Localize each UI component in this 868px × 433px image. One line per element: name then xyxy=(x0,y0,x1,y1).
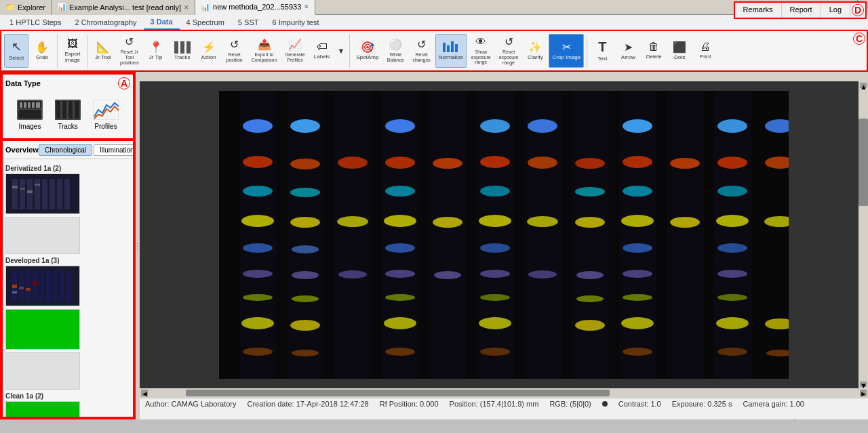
tab-example-close[interactable]: ✕ xyxy=(184,4,189,11)
list-item[interactable] xyxy=(5,352,130,390)
svg-point-71 xyxy=(338,157,368,169)
step-2[interactable]: 2 Chromatography xyxy=(68,15,143,30)
grab-tool-button[interactable]: ✋ Grab xyxy=(30,34,54,68)
data-type-header: Data Type xyxy=(5,79,41,87)
reset-changes-button[interactable]: ↺ Reset changes xyxy=(409,34,433,68)
group-clean: Clean 1a (2) xyxy=(5,392,130,400)
data-type-images[interactable]: Images xyxy=(14,96,46,133)
svg-rect-19 xyxy=(75,101,79,119)
h-scroll-thumb[interactable] xyxy=(186,390,610,396)
tab-example[interactable]: 📊 Example Analysi... test [read only] ✕ xyxy=(52,0,195,15)
svg-point-77 xyxy=(623,156,652,168)
remarks-tab[interactable]: Remarks xyxy=(735,3,782,18)
svg-point-136 xyxy=(717,348,747,356)
svg-point-105 xyxy=(717,243,747,253)
generate-profiles-button[interactable]: 📈 Generate Profiles xyxy=(281,34,308,68)
thumb-dev-dark xyxy=(5,266,80,306)
labels-button[interactable]: 🏷 Labels xyxy=(310,34,334,68)
step-6[interactable]: 6 Impurity test xyxy=(265,15,326,30)
h-scrollbar-top xyxy=(140,72,868,81)
reset-jr-tool-button[interactable]: ↺ Reset Jr Tool positions xyxy=(117,34,142,68)
action-button[interactable]: ⚡ Action xyxy=(197,34,221,68)
status-camera-gain: Camera gain: 1.00 xyxy=(743,400,804,408)
step-1[interactable]: 1 HPTLC Steps xyxy=(3,15,68,30)
svg-point-61 xyxy=(243,119,273,133)
svg-point-115 xyxy=(717,270,747,278)
zoom-in-button[interactable]: + xyxy=(829,419,841,420)
data-type-tracks[interactable]: Tracks xyxy=(52,96,84,133)
svg-rect-0 xyxy=(174,41,178,54)
scroll-right-button[interactable]: ► xyxy=(860,390,867,396)
svg-point-86 xyxy=(623,186,652,197)
svg-rect-37 xyxy=(26,271,31,302)
text-tool-button[interactable]: T Text xyxy=(590,34,614,68)
scroll-thumb[interactable] xyxy=(859,119,868,206)
svg-point-81 xyxy=(243,186,273,197)
top-right-actions: Remarks Report Log D xyxy=(734,1,867,19)
jr-tip-button[interactable]: 📍 Jr Tip xyxy=(144,34,168,68)
svg-rect-33 xyxy=(35,184,40,186)
svg-rect-41 xyxy=(53,271,58,302)
svg-point-83 xyxy=(385,186,415,197)
tab-new-methods-close[interactable]: ✕ xyxy=(304,3,309,10)
log-tab[interactable]: Log xyxy=(821,3,850,18)
reset-exposure-button[interactable]: ↺ Reset exposure range xyxy=(496,34,522,68)
white-balance-button[interactable]: ⚪ White Balance xyxy=(383,34,408,68)
thumb-deriv-dark xyxy=(5,173,80,214)
overview-list: Derivatized 1a (2) xyxy=(3,159,133,417)
crop-image-button[interactable]: ✂ Crop Image xyxy=(549,34,584,68)
svg-point-100 xyxy=(243,243,273,253)
show-exposure-button[interactable]: 👁 Show exposure range xyxy=(468,34,494,68)
scroll-left-button[interactable]: ◄ xyxy=(141,390,148,396)
svg-rect-3 xyxy=(443,43,446,52)
scroll-down-button[interactable]: ▼ xyxy=(860,382,867,387)
chronological-tab[interactable]: Chronological xyxy=(39,144,92,156)
dropdown-arrow-icon: ▼ xyxy=(338,47,345,55)
clarify-button[interactable]: ✨ Clarify xyxy=(523,34,547,68)
spotamp-button[interactable]: 🎯 SpotAmp xyxy=(353,34,382,68)
tracks-button[interactable]: Tracks xyxy=(170,34,195,68)
delete-button[interactable]: 🗑 Delete xyxy=(642,34,666,68)
svg-point-65 xyxy=(528,119,557,133)
tracks-dt-icon xyxy=(54,99,81,121)
h-scrollbar[interactable]: ◄ ► xyxy=(140,388,868,398)
scroll-up-button[interactable]: ▲ xyxy=(860,83,867,88)
svg-point-69 xyxy=(243,156,273,168)
group-developed: Developed 1a (3) xyxy=(5,257,130,264)
export-image-button[interactable]: 🖼 Export image xyxy=(60,34,85,68)
dots-button[interactable]: ⬛ Dots xyxy=(667,34,692,68)
step-4[interactable]: 4 Spectrum xyxy=(180,15,231,30)
zoom-out-button[interactable]: − xyxy=(757,419,769,420)
svg-point-74 xyxy=(480,156,510,168)
step-5[interactable]: 5 SST xyxy=(231,15,266,30)
svg-rect-32 xyxy=(27,190,33,193)
list-item[interactable] xyxy=(5,173,130,214)
reset-position-button[interactable]: ↺ Reset position xyxy=(222,34,247,68)
svg-rect-17 xyxy=(62,101,66,119)
data-type-profiles[interactable]: Profiles xyxy=(90,96,122,133)
illumination-tab[interactable]: Illumination xyxy=(94,144,134,156)
list-item[interactable] xyxy=(5,217,130,254)
list-item[interactable] xyxy=(5,266,130,306)
svg-rect-10 xyxy=(24,102,26,108)
list-item[interactable] xyxy=(5,309,130,350)
select-tool-button[interactable]: ↖ Select xyxy=(4,34,28,68)
jr-tool-button[interactable]: 📐 Jr-Tool xyxy=(91,34,115,68)
export-comparison-button[interactable]: 📤 Export to Comparison xyxy=(248,34,281,68)
v-scrollbar[interactable]: ▲ ▼ xyxy=(859,81,868,388)
zoom-slider[interactable] xyxy=(772,419,826,419)
svg-rect-16 xyxy=(56,101,60,119)
status-dot xyxy=(602,401,608,407)
tab-new-methods[interactable]: 📊 new methoda_202...55933 ✕ xyxy=(195,0,315,15)
print-button[interactable]: 🖨 Print xyxy=(693,34,717,68)
step-3[interactable]: 3 Data xyxy=(144,15,180,30)
svg-point-63 xyxy=(385,119,415,133)
arrow-tool-button[interactable]: ➤ Arrow xyxy=(616,34,640,68)
tab-explorer[interactable]: 📁 Explorer xyxy=(0,0,52,15)
list-item[interactable] xyxy=(5,401,130,417)
overview-tabs: Chronological Illumination xyxy=(39,144,134,156)
svg-rect-43 xyxy=(66,271,71,302)
labels-dropdown[interactable]: ▼ xyxy=(336,34,347,68)
report-tab[interactable]: Report xyxy=(782,3,821,18)
normalize-button[interactable]: Normalize xyxy=(435,34,467,68)
